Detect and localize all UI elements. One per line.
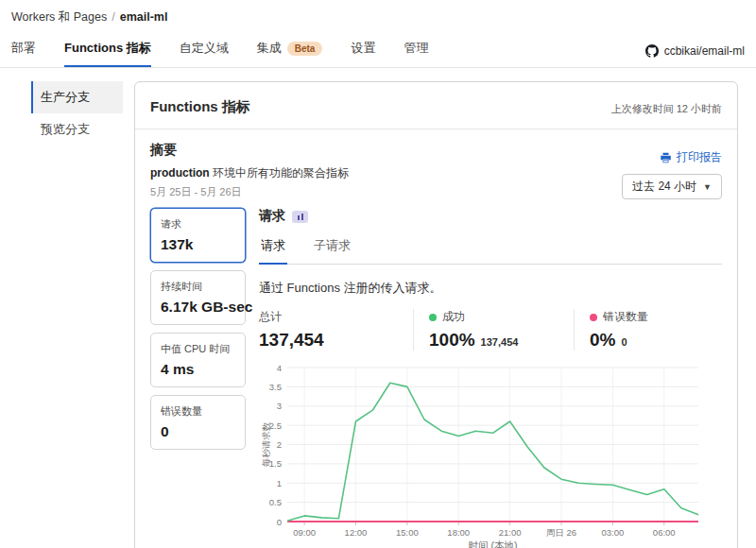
time-range-dropdown[interactable]: 过去 24 小时 ▼ [622,174,722,199]
summary-block: 摘要 production 环境中所有功能的聚合指标 5月 25日 - 5月 2… [150,142,349,199]
metric-card-请求[interactable]: 请求137k [150,208,246,263]
card-header: Functions 指标 上次修改时间 12 小时前 [135,82,737,129]
stat-label-text: 总计 [259,309,282,325]
metric-card-中值 CPU 时间[interactable]: 中值 CPU 时间4 ms [150,333,246,387]
tab-Functions 指标[interactable]: Functions 指标 [64,34,151,67]
requests-stats-row: 总计137,454成功100%137,454错误数量0%0 [259,309,722,351]
legend-dot-icon [429,314,437,321]
stat-value: 100% [429,330,475,351]
svg-text:时间 (本地): 时间 (本地) [469,539,518,548]
breadcrumb-current: email-ml [120,10,168,24]
top-tabs: 部署Functions 指标自定义域集成Beta设置管理 [11,34,456,67]
metric-value: 0 [161,423,235,440]
metric-card-错误数量[interactable]: 错误数量0 [150,395,246,450]
metric-value: 4 ms [161,361,235,378]
svg-text:06:00: 06:00 [653,527,676,538]
stat-value: 137,454 [259,330,324,351]
requests-title: 请求 [259,208,285,225]
tab-管理[interactable]: 管理 [404,34,428,67]
time-range-label: 过去 24 小时 [632,179,696,195]
tab-集成[interactable]: 集成Beta [257,34,323,67]
svg-text:2: 2 [277,439,282,450]
tools-block: 打印报告 过去 24 小时 ▼ [622,142,722,199]
date-range: 5月 25日 - 5月 26日 [150,185,349,199]
stat-label: 总计 [259,309,398,325]
legend-dot-icon [590,314,597,321]
print-report-link[interactable]: 打印报告 [660,149,722,165]
sidebar-item-生产分支[interactable]: 生产分支 [31,81,123,113]
requests-panel: 请求 请求子请求 通过 Functions 注册的传入请求。 总计137,454… [259,208,722,548]
metric-card-持续时间[interactable]: 持续时间6.17k GB-sec [150,270,246,325]
print-report-label: 打印报告 [677,149,722,165]
stat-value: 0% [590,330,615,351]
stat-错误数量: 错误数量0%0 [574,309,663,351]
summary-and-tools: 摘要 production 环境中所有功能的聚合指标 5月 25日 - 5月 2… [150,142,722,199]
summary-line: production 环境中所有功能的聚合指标 [150,165,349,181]
svg-text:12:00: 12:00 [345,527,368,538]
tab-部署[interactable]: 部署 [11,34,36,67]
summary-desc: 环境中所有功能的聚合指标 [210,166,349,180]
branch-sidenav: 生产分支预览分支 [31,81,123,548]
github-icon [645,44,659,58]
svg-text:03:00: 03:00 [601,527,624,538]
chevron-down-icon: ▼ [703,182,712,192]
functions-metrics-card: Functions 指标 上次修改时间 12 小时前 摘要 production… [134,81,738,548]
summary-env: production [150,166,210,180]
top-tabbar: 部署Functions 指标自定义域集成Beta设置管理 ccbikai/ema… [0,34,756,68]
svg-text:15:00: 15:00 [396,527,419,538]
stat-总计: 总计137,454 [259,309,413,351]
tab-label: Functions 指标 [64,40,151,57]
requests-info-badge-icon[interactable] [292,211,308,223]
stat-label-text: 成功 [442,309,465,325]
svg-text:1: 1 [277,478,282,488]
metric-label: 持续时间 [161,280,235,294]
stat-value-row: 0%0 [590,330,648,351]
stat-成功: 成功100%137,454 [413,309,574,351]
sidebar-item-预览分支[interactable]: 预览分支 [31,113,123,146]
tab-label: 管理 [404,40,428,57]
svg-text:周日 26: 周日 26 [546,527,576,538]
requests-tab-请求[interactable]: 请求 [259,233,287,265]
tab-设置[interactable]: 设置 [351,34,375,67]
metric-value: 6.17k GB-sec [161,299,235,316]
printer-icon [660,152,672,163]
svg-text:09:00: 09:00 [293,527,316,538]
stat-sub-value: 0 [621,336,627,348]
stat-label-text: 错误数量 [603,309,648,325]
breadcrumb-root[interactable]: Workers 和 Pages [11,10,107,24]
line-chart-svg: 09:0012:0015:0018:0021:00周日 2603:0006:00… [259,360,711,548]
tab-label: 部署 [11,40,36,57]
svg-text:21:00: 21:00 [499,527,522,538]
requests-title-row: 请求 [259,208,722,225]
requests-tabs: 请求子请求 [259,233,722,265]
metric-value: 137k [161,236,235,253]
stat-value-row: 100%137,454 [429,330,558,351]
last-modified-text: 上次修改时间 12 小时前 [611,102,722,116]
stat-label: 错误数量 [590,309,648,325]
repo-link[interactable]: ccbikai/email-ml [645,44,745,67]
metric-label: 中值 CPU 时间 [161,342,235,356]
tab-自定义域[interactable]: 自定义域 [180,34,229,67]
svg-text:0: 0 [277,517,282,527]
tab-label: 集成 [257,40,282,57]
requests-tab-子请求[interactable]: 子请求 [312,233,352,264]
tab-label: 设置 [351,40,375,57]
svg-text:4: 4 [277,363,282,373]
card-body: 摘要 production 环境中所有功能的聚合指标 5月 25日 - 5月 2… [135,129,737,548]
stat-sub-value: 137,454 [481,336,519,348]
stat-value-row: 137,454 [259,330,398,351]
metric-label: 请求 [161,217,235,231]
metric-card-list: 请求137k持续时间6.17k GB-sec中值 CPU 时间4 ms错误数量0 [150,208,246,548]
requests-description: 通过 Functions 注册的传入请求。 [259,280,722,297]
summary-title: 摘要 [150,142,349,159]
metrics-main-row: 请求137k持续时间6.17k GB-sec中值 CPU 时间4 ms错误数量0… [150,208,722,548]
tab-label: 自定义域 [180,40,229,57]
requests-line-chart: 09:0012:0015:0018:0021:00周日 2603:0006:00… [259,360,722,548]
svg-text:0.5: 0.5 [269,497,282,507]
stat-label: 成功 [429,309,558,325]
page-title: Functions 指标 [150,98,250,116]
svg-text:3.5: 3.5 [269,382,282,392]
breadcrumb-separator: / [112,10,114,24]
svg-text:3: 3 [277,401,282,411]
repo-link-label: ccbikai/email-ml [664,44,745,58]
